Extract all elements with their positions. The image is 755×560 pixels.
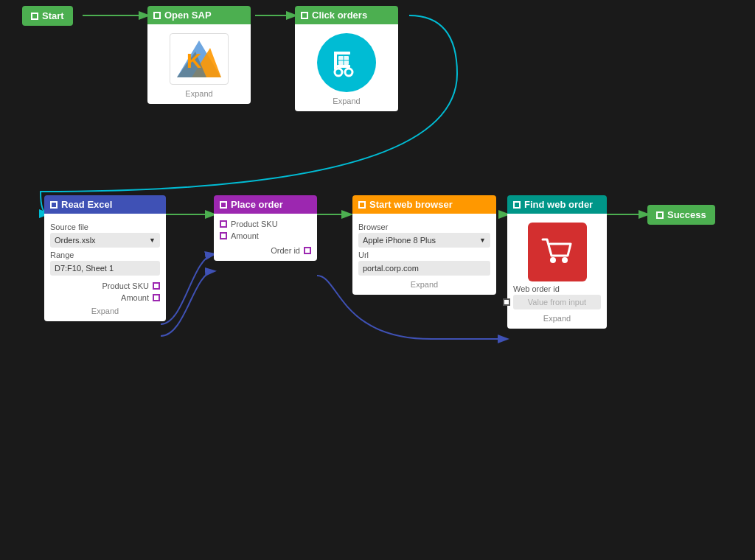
start-node-dot (31, 13, 38, 20)
start-web-browser-node-label: Start web browser (369, 199, 453, 210)
amount-input-port[interactable] (220, 232, 227, 239)
amount-input-label: Amount (231, 231, 259, 240)
browser-value: Apple iPhone 8 Plus (363, 236, 436, 245)
source-file-dropdown-icon: ▼ (149, 237, 156, 244)
browser-input[interactable]: Apple iPhone 8 Plus ▼ (358, 233, 490, 248)
order-id-output-label: Order id (271, 246, 300, 255)
open-sap-node[interactable]: Open SAP K Expand (147, 6, 251, 104)
start-node[interactable]: Start (22, 6, 73, 26)
web-order-id-label: Web order id (513, 284, 601, 293)
place-order-node-dot (220, 201, 227, 209)
orders-icon (317, 33, 376, 92)
read-excel-node-label: Read Excel (61, 199, 112, 210)
place-order-node[interactable]: Place order Product SKU Amount Order id (214, 195, 317, 261)
url-input[interactable]: portal.corp.com (358, 261, 490, 276)
start-web-browser-expand[interactable]: Expand (358, 280, 490, 289)
product-sku-output-label: Product SKU (102, 281, 149, 290)
svg-point-20 (562, 257, 568, 263)
open-sap-node-label: Open SAP (164, 10, 212, 21)
click-orders-node-dot (301, 12, 308, 19)
svg-point-19 (550, 257, 556, 263)
range-input[interactable]: D7:F10, Sheet 1 (50, 261, 160, 276)
browser-label: Browser (358, 223, 490, 231)
url-value: portal.corp.com (363, 264, 419, 273)
start-web-browser-node-dot (358, 201, 366, 209)
svg-text:K: K (187, 49, 201, 72)
sap-logo: K (170, 33, 229, 85)
range-value: D7:F10, Sheet 1 (55, 264, 114, 273)
source-file-value: Orders.xslx (55, 236, 96, 245)
source-file-label: Source file (50, 223, 160, 231)
svg-point-15 (345, 69, 352, 76)
find-web-order-node-label: Find web order (524, 199, 593, 210)
open-sap-node-dot (153, 12, 161, 19)
url-label: Url (358, 251, 490, 259)
find-web-order-expand[interactable]: Expand (513, 314, 601, 323)
success-node[interactable]: Success (647, 205, 715, 225)
product-sku-input-port[interactable] (220, 220, 227, 228)
source-file-input[interactable]: Orders.xslx ▼ (50, 233, 160, 248)
open-sap-expand[interactable]: Expand (153, 89, 245, 98)
svg-rect-13 (337, 65, 350, 68)
read-excel-node-dot (50, 201, 58, 209)
product-sku-output-port[interactable] (153, 282, 160, 290)
range-label: Range (50, 251, 160, 259)
web-order-id-input-port[interactable] (503, 298, 510, 306)
find-web-order-node[interactable]: Find web order Web order id Value from i… (507, 195, 607, 329)
browser-dropdown-icon: ▼ (479, 237, 486, 244)
svg-point-14 (335, 69, 342, 76)
product-sku-input-label: Product SKU (231, 220, 278, 228)
cart-icon (528, 223, 587, 281)
success-node-label: Success (667, 209, 706, 220)
place-order-node-label: Place order (231, 199, 283, 210)
click-orders-node-label: Click orders (312, 10, 367, 21)
web-order-id-placeholder: Value from input (528, 298, 586, 307)
read-excel-expand[interactable]: Expand (50, 307, 160, 315)
find-web-order-node-dot (513, 201, 521, 209)
success-node-dot (656, 211, 664, 219)
amount-output-port[interactable] (153, 294, 160, 301)
order-id-output-port[interactable] (304, 247, 311, 254)
web-order-id-input[interactable]: Value from input (513, 295, 601, 309)
read-excel-node[interactable]: Read Excel Source file Orders.xslx ▼ Ran… (44, 195, 166, 321)
click-orders-expand[interactable]: Expand (301, 97, 392, 105)
start-web-browser-node[interactable]: Start web browser Browser Apple iPhone 8… (352, 195, 496, 295)
svg-rect-12 (334, 52, 350, 55)
amount-output-label: Amount (121, 293, 149, 302)
click-orders-node[interactable]: Click orders Expand (295, 6, 398, 111)
start-node-label: Start (42, 10, 64, 21)
